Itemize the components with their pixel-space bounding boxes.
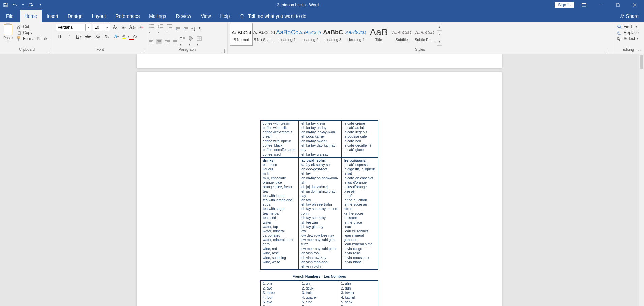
select-button[interactable]: Select▾ bbox=[617, 36, 639, 41]
close-icon[interactable] bbox=[628, 0, 641, 10]
shading-icon[interactable]: ▾ bbox=[189, 36, 194, 47]
sort-icon[interactable]: AZ bbox=[191, 27, 196, 31]
svg-text:A: A bbox=[191, 27, 193, 29]
svg-text:ac: ac bbox=[619, 33, 621, 35]
svg-rect-2 bbox=[4, 5, 7, 7]
style-item[interactable]: AaBbCcDSubtitle bbox=[390, 23, 413, 46]
paragraph-launcher-icon[interactable] bbox=[221, 49, 225, 53]
tab-view[interactable]: View bbox=[196, 10, 215, 22]
svg-text:3: 3 bbox=[158, 26, 159, 28]
window-title: 3 rotation hacks - Word bbox=[41, 3, 555, 7]
italic-button[interactable]: I bbox=[65, 33, 73, 40]
strikethrough-button[interactable]: abc bbox=[84, 33, 92, 40]
ribbon-tabs: File Home Insert Design Layout Reference… bbox=[0, 10, 644, 22]
style-item[interactable]: AaBTitle bbox=[367, 23, 390, 46]
underline-button[interactable]: U▾ bbox=[75, 33, 82, 40]
show-hide-icon[interactable]: ¶ bbox=[199, 26, 201, 32]
numbers-heading[interactable]: French Numbers - Les Nombres bbox=[198, 274, 441, 278]
font-color-icon[interactable]: A▾ bbox=[131, 33, 139, 40]
page[interactable]: coffee with creamcoffee with milkcoffee … bbox=[137, 72, 502, 306]
redo-icon[interactable] bbox=[28, 3, 33, 7]
tab-design[interactable]: Design bbox=[63, 10, 87, 22]
decrease-indent-icon[interactable] bbox=[175, 27, 181, 31]
tab-references[interactable]: References bbox=[111, 10, 145, 22]
clear-formatting-icon[interactable]: A bbox=[138, 24, 145, 31]
styles-more-button[interactable]: ▴▾▾ bbox=[437, 23, 442, 46]
undo-dropdown-icon[interactable]: ▾ bbox=[22, 3, 24, 6]
borders-icon[interactable]: ▾ bbox=[197, 36, 202, 47]
maximize-icon[interactable] bbox=[611, 0, 624, 10]
font-name-dropdown-icon[interactable]: ▾ bbox=[86, 24, 91, 31]
find-button[interactable]: Find▾ bbox=[617, 24, 639, 29]
svg-rect-21 bbox=[18, 32, 20, 35]
font-name-input[interactable]: Verdana bbox=[56, 24, 86, 31]
tab-review[interactable]: Review bbox=[171, 10, 196, 22]
svg-rect-26 bbox=[122, 38, 126, 39]
share-button[interactable]: Share bbox=[614, 10, 644, 22]
numbering-icon[interactable]: 123▾ bbox=[158, 24, 164, 34]
tab-mailings[interactable]: Mailings bbox=[144, 10, 171, 22]
tellme-input[interactable]: Tell me what you want to do bbox=[248, 13, 306, 19]
style-item[interactable]: AaBbCcDHeading 2 bbox=[299, 23, 321, 46]
numbers-table[interactable]: 1. one2. two3. three4. four5. five6. six… bbox=[260, 280, 378, 306]
line-spacing-icon[interactable]: ▾ bbox=[180, 36, 186, 47]
increase-indent-icon[interactable] bbox=[183, 27, 189, 31]
tab-help[interactable]: Help bbox=[216, 10, 235, 22]
ribbon-display-icon[interactable] bbox=[577, 0, 591, 10]
clipboard-group-label: Clipboard bbox=[19, 47, 35, 52]
tab-insert[interactable]: Insert bbox=[42, 10, 63, 22]
vocab-table[interactable]: coffee with creamcoffee with milkcoffee … bbox=[260, 120, 378, 270]
style-item[interactable]: AaBbCcDSubtle Em... bbox=[413, 23, 436, 46]
undo-icon[interactable] bbox=[13, 3, 18, 7]
style-item[interactable]: AaBbCHeading 3 bbox=[321, 23, 344, 46]
svg-rect-1 bbox=[4, 3, 6, 4]
styles-launcher-icon[interactable] bbox=[606, 49, 609, 53]
tab-home[interactable]: Home bbox=[20, 10, 42, 22]
document-area[interactable]: coffee with creamcoffee with milkcoffee … bbox=[0, 54, 639, 306]
replace-button[interactable]: abacReplace bbox=[617, 30, 639, 35]
scroll-thumb[interactable] bbox=[640, 55, 643, 69]
lightbulb-icon bbox=[239, 13, 245, 19]
style-item[interactable]: AaBbCcDd¶ No Spac... bbox=[253, 23, 276, 46]
highlight-icon[interactable]: ▾ bbox=[122, 33, 129, 40]
styles-gallery[interactable]: AaBbCcI¶ NormalAaBbCcDd¶ No Spac...AaBbC… bbox=[230, 23, 442, 46]
copy-button[interactable]: Copy bbox=[16, 30, 50, 35]
subscript-button[interactable]: X2 bbox=[94, 33, 101, 40]
svg-line-71 bbox=[620, 27, 621, 29]
font-size-input[interactable]: 10 bbox=[93, 24, 104, 31]
bold-button[interactable]: B bbox=[56, 33, 63, 40]
svg-rect-22 bbox=[17, 37, 20, 38]
align-center-icon[interactable] bbox=[156, 39, 162, 44]
vertical-scrollbar[interactable] bbox=[639, 54, 644, 306]
minimize-icon[interactable] bbox=[594, 0, 608, 10]
font-size-dropdown-icon[interactable]: ▾ bbox=[104, 24, 110, 31]
style-item[interactable]: AaBbCcHeading 1 bbox=[276, 23, 299, 46]
svg-point-31 bbox=[150, 27, 151, 28]
tab-layout[interactable]: Layout bbox=[87, 10, 111, 22]
collapse-ribbon-icon[interactable]: ︿ bbox=[638, 47, 642, 53]
change-case-icon[interactable]: Aa▾ bbox=[129, 24, 136, 31]
justify-icon[interactable] bbox=[173, 40, 177, 44]
align-left-icon[interactable] bbox=[149, 40, 154, 44]
style-item[interactable]: AaBbCcI¶ Normal bbox=[230, 23, 253, 46]
clipboard-launcher-icon[interactable] bbox=[48, 49, 51, 53]
save-icon[interactable] bbox=[3, 3, 8, 7]
format-painter-button[interactable]: Format Painter bbox=[16, 36, 50, 41]
style-item[interactable]: AaBbCcDHeading 4 bbox=[344, 23, 367, 46]
shrink-font-icon[interactable]: A▾ bbox=[121, 24, 127, 31]
paste-button[interactable]: Paste ▾ bbox=[2, 23, 14, 43]
tab-file[interactable]: File bbox=[0, 10, 20, 22]
svg-point-27 bbox=[150, 24, 151, 25]
superscript-button[interactable]: X2 bbox=[103, 33, 111, 40]
cut-button[interactable]: Cut bbox=[16, 24, 50, 29]
signin-button[interactable]: Sign in bbox=[555, 2, 574, 8]
grow-font-icon[interactable]: A▴ bbox=[112, 24, 119, 31]
svg-text:A: A bbox=[139, 25, 142, 29]
ribbon: Paste ▾ Cut Copy Format Painter Clipboar… bbox=[0, 22, 644, 54]
align-right-icon[interactable] bbox=[165, 40, 170, 44]
share-label: Share bbox=[626, 13, 639, 19]
multilevel-list-icon[interactable]: ▾ bbox=[166, 24, 173, 34]
font-launcher-icon[interactable] bbox=[141, 49, 144, 53]
text-effects-icon[interactable]: A▾ bbox=[113, 33, 120, 40]
bullets-icon[interactable]: ▾ bbox=[149, 24, 155, 34]
